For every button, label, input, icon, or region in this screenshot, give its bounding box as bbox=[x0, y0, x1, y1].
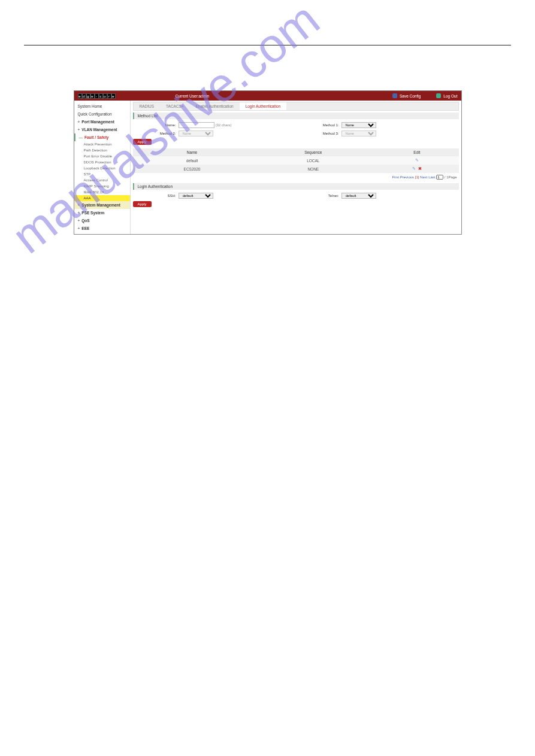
pager: First Previous [1] Next Last / 1Page bbox=[133, 173, 459, 181]
select-method3: None bbox=[341, 130, 376, 136]
sidebar-sub-stp[interactable]: STP bbox=[74, 171, 130, 177]
cell-name: ECS2020 bbox=[133, 165, 252, 173]
sidebar-item-vlan-mgmt[interactable]: +VLAN Management bbox=[74, 126, 130, 133]
brand-logo: e d g e - c o r e bbox=[78, 93, 116, 99]
sidebar-sub-aaa[interactable]: AAA bbox=[74, 195, 130, 201]
method-list-table: Name Sequence Edit default LOCAL ✎ ECS20… bbox=[133, 148, 459, 173]
sidebar-sub-access-control[interactable]: Access Control bbox=[74, 177, 130, 183]
sidebar-sub-attack-prevention[interactable]: Attack Prevention bbox=[74, 141, 130, 147]
sidebar-item-qos[interactable]: +QoS bbox=[74, 217, 130, 224]
select-ssh[interactable]: default bbox=[179, 193, 213, 199]
pager-last[interactable]: Last bbox=[428, 175, 435, 179]
label-method3: Method 3: bbox=[296, 132, 341, 135]
name-hint: (32 chars) bbox=[216, 123, 232, 127]
brand-char: c bbox=[99, 93, 103, 99]
label-name: Name: bbox=[133, 123, 179, 127]
cell-sequence: LOCAL bbox=[252, 156, 376, 165]
sidebar-item-port-mgmt[interactable]: +Port Management bbox=[74, 118, 130, 126]
sidebar-item-eee[interactable]: +EEE bbox=[74, 224, 130, 232]
edit-icon[interactable]: ✎ bbox=[415, 158, 419, 163]
sidebar-sub-path-detection[interactable]: Path Detection bbox=[74, 147, 130, 153]
th-edit: Edit bbox=[375, 148, 458, 156]
tab-tacacs[interactable]: TACACS+ bbox=[160, 102, 190, 110]
sidebar-sub-loopback-detection[interactable]: Loopback Detection bbox=[74, 165, 130, 171]
device-window: e d g e - c o r e Current User:admin Sav… bbox=[74, 90, 462, 235]
main-panel: RADIUS TACACS+ Enable Authentication Log… bbox=[131, 101, 461, 234]
pager-current: [1] bbox=[415, 175, 419, 179]
table-row: ECS2020 NONE ✎ ✖ bbox=[133, 165, 459, 173]
brand-char: r bbox=[107, 93, 111, 99]
apply-button-methodlist[interactable]: Apply bbox=[133, 139, 152, 145]
label-telnet: Telnet: bbox=[296, 194, 341, 198]
brand-char: g bbox=[86, 93, 90, 99]
label-method1: Method 1: bbox=[296, 123, 341, 127]
sidebar-item-system-home[interactable]: System Home bbox=[74, 102, 130, 110]
tab-radius[interactable]: RADIUS bbox=[134, 102, 161, 110]
pager-page-input[interactable] bbox=[436, 175, 443, 180]
brand-char: d bbox=[82, 93, 86, 99]
brand-char: e bbox=[111, 93, 116, 99]
label-method2: Method 2: bbox=[133, 132, 179, 135]
section-method-list: Method List bbox=[133, 113, 459, 119]
pager-next[interactable]: Next bbox=[420, 175, 427, 179]
sidebar-item-quick-config[interactable]: Quick Configuration bbox=[74, 110, 130, 118]
select-method2: None bbox=[179, 130, 213, 136]
label-ssh: SSH: bbox=[133, 194, 179, 198]
pager-previous[interactable]: Previous bbox=[400, 175, 414, 179]
top-header: e d g e - c o r e Current User:admin Sav… bbox=[74, 91, 461, 101]
pager-first[interactable]: First bbox=[392, 175, 399, 179]
sidebar-sub-ddos-protection[interactable]: DDOS Protection bbox=[74, 159, 130, 165]
tabs: RADIUS TACACS+ Enable Authentication Log… bbox=[133, 102, 459, 111]
sidebar: System Home Quick Configuration +Port Ma… bbox=[74, 101, 131, 234]
sidebar-sub-igmp-snooping[interactable]: IGMP Snooping bbox=[74, 183, 130, 189]
brand-char: o bbox=[103, 93, 107, 99]
save-icon bbox=[392, 93, 397, 98]
th-sequence: Sequence bbox=[252, 148, 376, 156]
select-telnet[interactable]: default bbox=[341, 193, 376, 199]
edit-icon[interactable]: ✎ bbox=[412, 166, 416, 171]
brand-char: e bbox=[78, 93, 82, 99]
sidebar-item-pse-system[interactable]: +PSE System bbox=[74, 209, 130, 217]
tab-enable-auth[interactable]: Enable Authentication bbox=[190, 102, 240, 110]
sidebar-item-fault-safety[interactable]: —Fault / Safety bbox=[74, 133, 130, 141]
input-name[interactable] bbox=[179, 122, 214, 128]
section-login-auth: Login Authentication bbox=[133, 183, 459, 190]
sidebar-sub-ieee-8021x[interactable]: IEEE 802.1X bbox=[74, 189, 130, 195]
delete-icon[interactable]: ✖ bbox=[418, 166, 422, 171]
current-user-label: Current User:admin bbox=[176, 94, 210, 98]
apply-button-loginauth[interactable]: Apply bbox=[133, 201, 152, 207]
pager-perpage: / 1Page bbox=[445, 175, 457, 179]
cell-name: default bbox=[133, 156, 252, 165]
cell-sequence: NONE bbox=[252, 165, 376, 173]
select-method1[interactable]: None bbox=[341, 122, 376, 128]
table-row: default LOCAL ✎ bbox=[133, 156, 459, 165]
logout-link[interactable]: Log Out bbox=[443, 94, 457, 98]
brand-char: - bbox=[95, 93, 99, 99]
sidebar-sub-port-error-disable[interactable]: Port Error Disable bbox=[74, 153, 130, 159]
brand-char: e bbox=[90, 93, 95, 99]
th-name: Name bbox=[133, 148, 252, 156]
tab-login-auth[interactable]: Login Authentication bbox=[240, 102, 287, 110]
logout-icon bbox=[436, 93, 441, 98]
save-config-link[interactable]: Save Config bbox=[400, 94, 421, 98]
sidebar-item-system-mgmt[interactable]: +System Management bbox=[74, 201, 130, 209]
